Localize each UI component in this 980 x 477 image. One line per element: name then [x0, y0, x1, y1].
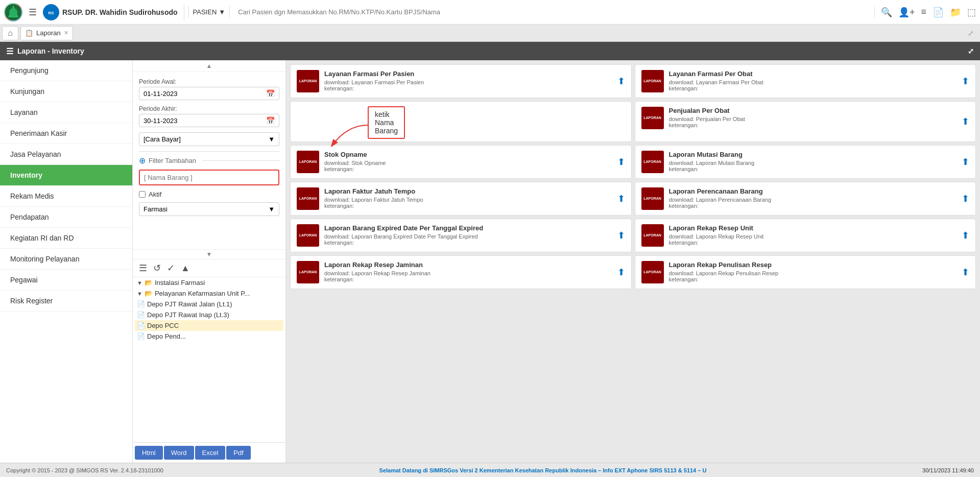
report-upload-icon-9[interactable]: ⬆ — [617, 267, 625, 278]
report-card-stok-opname[interactable]: LAPORAN Stok Opname download: Stok Opnam… — [290, 145, 632, 179]
search-bar — [234, 8, 870, 16]
hospital-name: RSUP. DR. Wahidin Sudirohusodo — [62, 8, 178, 16]
section-header: ☰ Laporan - Inventory ⤢ — [0, 42, 980, 60]
calendar-icon-awal[interactable]: 📅 — [266, 89, 275, 98]
sidebar-item-kegiatan-ri-rd[interactable]: Kegiatan RI dan RD — [0, 228, 132, 249]
sidebar-item-pegawai[interactable]: Pegawai — [0, 270, 132, 291]
tree-refresh-icon[interactable]: ↺ — [153, 263, 161, 274]
unit-dropdown[interactable]: Farmasi ▼ — [139, 202, 279, 216]
periode-akhir-input[interactable] — [144, 117, 263, 125]
report-card-layanan-farmasi-per-pasien[interactable]: LAPORAN Layanan Farmasi Per Pasien downl… — [290, 64, 632, 98]
tree-folder-pelayanan-icon: 📂 — [145, 290, 153, 297]
report-card-barang-expired[interactable]: LAPORAN Laporan Barang Expired Date Per … — [290, 219, 632, 252]
tree-list-icon[interactable]: ☰ — [139, 263, 147, 274]
tree-node-depo-bpjs-label: Depo Pend... — [147, 332, 186, 340]
report-card-rekap-resep-unit[interactable]: LAPORAN Laporan Rekap Resep Unit downloa… — [635, 219, 976, 252]
sidebar-item-rekam-medis[interactable]: Rekam Medis — [0, 186, 132, 207]
report-upload-icon-10[interactable]: ⬆ — [962, 267, 969, 278]
nama-barang-row — [139, 170, 279, 185]
add-user-icon[interactable]: 👤+ — [898, 7, 915, 18]
report-upload-icon-1[interactable]: ⬆ — [962, 76, 969, 87]
cara-bayar-dropdown[interactable]: [Cara Bayar] ▼ — [139, 132, 279, 146]
tree-toolbar: ☰ ↺ ✓ ▲ — [133, 259, 285, 277]
cara-bayar-row: [Cara Bayar] ▼ — [139, 132, 279, 146]
periode-awal-input[interactable] — [144, 90, 263, 98]
report-card-penjualan-per-obat[interactable]: LAPORAN Penjualan Per Obat download: Pen… — [635, 101, 976, 142]
report-title-3: Stok Opname — [324, 151, 612, 158]
report-upload-icon-6[interactable]: ⬆ — [962, 193, 969, 204]
scroll-up-arrow[interactable]: ▲ — [206, 62, 212, 69]
report-notes-5: keterangan: — [324, 203, 612, 209]
periode-awal-row: Periode Awal: 📅 — [139, 78, 279, 100]
report-card-perencanaan-barang[interactable]: LAPORAN Laporan Perencanaan Barang downl… — [635, 182, 976, 216]
tree-up-icon[interactable]: ▲ — [181, 263, 190, 274]
report-info-stok: Stok Opname download: Stok Opname ketera… — [324, 151, 612, 172]
laporan-tab[interactable]: 📋 Laporan ✕ — [20, 26, 73, 40]
report-icon-penulisan-resep: LAPORAN — [641, 261, 664, 283]
tree-check-icon[interactable]: ✓ — [167, 263, 175, 274]
pdf-button[interactable]: Pdf — [226, 446, 251, 460]
tree-node-depo-pjt-rawat-inap[interactable]: 📄 Depo PJT Rawat Inap (Lt.3) — [135, 309, 283, 320]
report-card-rekap-penulisan-resep[interactable]: LAPORAN Laporan Rekap Penulisan Resep do… — [635, 255, 976, 289]
empty-card-row2 — [290, 101, 632, 142]
tree-node-depo-pjt-rawat-jalan[interactable]: 📄 Depo PJT Rawat Jalan (Lt.1) — [135, 299, 283, 309]
sidebar: Pengunjung Kunjungan Layanan Penerimaan … — [0, 60, 133, 463]
list-icon[interactable]: ≡ — [921, 7, 926, 17]
report-notes-3: keterangan: — [324, 166, 612, 172]
home-tab[interactable]: ⌂ — [2, 26, 18, 40]
sidebar-item-penerimaan-kasir[interactable]: Penerimaan Kasir — [0, 123, 132, 144]
sidebar-item-jasa-pelayanan[interactable]: Jasa Pelayanan — [0, 144, 132, 165]
report-subtitle-10: download: Laporan Rekap Penulisan Resep — [669, 270, 957, 276]
report-subtitle-0: download: Layanan Farmasi Per Pasien — [324, 79, 612, 85]
sidebar-item-pendapatan[interactable]: Pendapatan — [0, 207, 132, 228]
sidebar-item-pengunjung[interactable]: Pengunjung — [0, 60, 132, 81]
aktif-checkbox[interactable] — [139, 191, 146, 198]
report-upload-icon-2[interactable]: ⬆ — [962, 116, 969, 127]
report-card-layanan-farmasi-per-obat[interactable]: LAPORAN Layanan Farmasi Per Obat downloa… — [635, 64, 976, 98]
tree-node-depo-pcc[interactable]: 📄 Depo PCC — [135, 320, 283, 331]
report-card-faktur-jatuh-tempo[interactable]: LAPORAN Laporan Faktur Jatuh Tempo downl… — [290, 182, 632, 216]
tree-node-pelayanan-kefarmasian[interactable]: ▼ 📂 Pelayanan Kefarmasian Unit P... — [135, 288, 283, 299]
hamburger-menu-icon[interactable]: ☰ — [27, 5, 39, 20]
tree-file-rawat-jalan-icon: 📄 — [137, 300, 145, 308]
tree-file-depo-pcc-icon: 📄 — [137, 322, 145, 329]
report-upload-icon-5[interactable]: ⬆ — [617, 193, 625, 204]
report-notes-10: keterangan: — [669, 276, 957, 282]
report-upload-icon-0[interactable]: ⬆ — [617, 76, 625, 87]
tree-node-depo-bpjs[interactable]: 📄 Depo Pend... — [135, 331, 283, 342]
report-upload-icon-4[interactable]: ⬆ — [962, 156, 969, 168]
html-button[interactable]: Html — [135, 446, 163, 460]
sidebar-item-inventory[interactable]: Inventory — [0, 165, 132, 186]
report-icon-layanan-obat: LAPORAN — [641, 70, 664, 92]
report-card-laporan-mutasi-barang[interactable]: LAPORAN Laporan Mutasi Barang download: … — [635, 145, 976, 179]
word-button[interactable]: Word — [164, 446, 194, 460]
window-expand-icon[interactable]: ⤢ — [964, 29, 978, 37]
report-subtitle-2: download: Penjualan Per Obat — [669, 116, 957, 122]
search-input[interactable] — [238, 8, 866, 16]
sidebar-item-monitoring-pelayanan[interactable]: Monitoring Pelayanan — [0, 249, 132, 270]
document-icon[interactable]: 📄 — [933, 7, 944, 18]
calendar-icon-akhir[interactable]: 📅 — [266, 116, 275, 125]
report-upload-icon-8[interactable]: ⬆ — [962, 230, 969, 241]
excel-button[interactable]: Excel — [195, 446, 226, 460]
report-upload-icon-3[interactable]: ⬆ — [617, 156, 625, 168]
section-expand-icon[interactable]: ⤢ — [968, 47, 974, 55]
nama-barang-input[interactable] — [139, 170, 279, 185]
sidebar-item-kunjungan[interactable]: Kunjungan — [0, 81, 132, 102]
exit-icon[interactable]: ⬚ — [967, 7, 976, 18]
pasien-dropdown[interactable]: PASIEN ▼ — [188, 6, 230, 18]
laporan-tab-close[interactable]: ✕ — [64, 30, 68, 36]
sidebar-item-layanan[interactable]: Layanan — [0, 102, 132, 123]
report-icon-resep-jaminan: LAPORAN — [297, 261, 319, 283]
footer-copyright: Copyright © 2015 - 2023 @ SIMGOS RS Ver.… — [6, 467, 163, 473]
folder-icon[interactable]: 📁 — [950, 7, 961, 18]
scroll-down-arrow[interactable]: ▼ — [206, 251, 212, 258]
tree-node-instalasi-farmasi[interactable]: ▼ 📂 Instalasi Farmasi — [135, 277, 283, 288]
filter-plus-icon[interactable]: ⊕ — [139, 156, 146, 165]
report-upload-icon-7[interactable]: ⬆ — [617, 230, 625, 241]
search-icon[interactable]: 🔍 — [881, 7, 892, 18]
sidebar-item-risk-register[interactable]: Risk Register — [0, 291, 132, 312]
report-title-0: Layanan Farmasi Per Pasien — [324, 70, 612, 78]
report-icon-mutasi: LAPORAN — [641, 151, 664, 173]
report-card-rekap-resep-jaminan[interactable]: LAPORAN Laporan Rekap Resep Jaminan down… — [290, 255, 632, 289]
